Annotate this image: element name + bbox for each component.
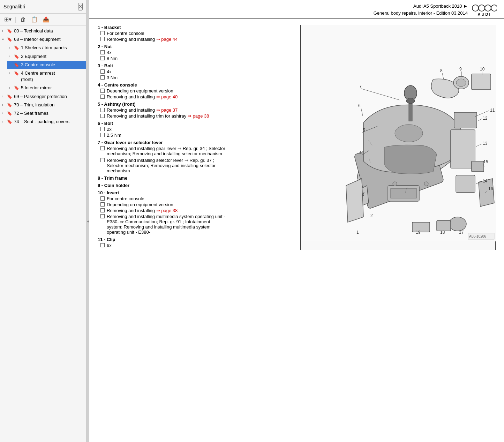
svg-point-3 bbox=[491, 5, 497, 11]
part-6: 6 - Bolt 2x 2.5 Nm bbox=[98, 121, 295, 138]
part-7-detail-1: Removing and installing gear lever ⇒ Rep… bbox=[98, 146, 295, 156]
part-8: 8 - Trim frame bbox=[98, 175, 295, 181]
checkbox-icon bbox=[100, 56, 105, 60]
sidebar-item-74[interactable]: 🔖 74 – Seat - padding, covers bbox=[0, 118, 86, 126]
part-detail-text: Depending on equipment version bbox=[107, 88, 173, 93]
doc-subtitle: General body repairs, interior - Edition… bbox=[374, 10, 468, 17]
checkbox-icon bbox=[100, 133, 105, 137]
sidebar-title: Segnalibri bbox=[3, 4, 25, 9]
sidebar-item-68-4[interactable]: 🔖 4 Centre armrest(front) bbox=[7, 69, 86, 84]
arrow-icon bbox=[9, 85, 14, 90]
part-10-detail-4: Removing and installing multimedia syste… bbox=[98, 214, 295, 235]
svg-point-7 bbox=[395, 125, 423, 142]
part-7-title: 7 - Gear lever or selector lever bbox=[98, 140, 295, 145]
page-link[interactable]: ⇒ page 44 bbox=[156, 37, 178, 42]
doc-header: Audi A5 Sportback 2010 ► General body re… bbox=[89, 0, 504, 19]
checkbox-icon bbox=[100, 243, 105, 247]
toolbar-separator: | bbox=[15, 16, 17, 23]
sidebar-item-00[interactable]: 🔖 00 – Technical data bbox=[0, 27, 86, 35]
part-9-title: 9 - Coin holder bbox=[98, 183, 295, 188]
sidebar-item-72[interactable]: 🔖 72 – Seat frames bbox=[0, 109, 86, 118]
svg-point-19 bbox=[456, 79, 466, 87]
sidebar-toolbar: ⊞▾ | 🗑 📋 📤 bbox=[0, 14, 86, 25]
page-link[interactable]: ⇒ page 38 bbox=[188, 113, 209, 119]
main-content: Audi A5 Sportback 2010 ► General body re… bbox=[89, 0, 504, 442]
svg-text:5: 5 bbox=[363, 128, 365, 133]
sidebar-item-label: 72 – Seat frames bbox=[14, 110, 84, 117]
part-11-title: 11 - Clip bbox=[98, 237, 295, 242]
svg-point-23 bbox=[449, 217, 466, 231]
part-10-detail-1: For centre console bbox=[98, 196, 295, 201]
bookmark-icon: 🔖 bbox=[14, 85, 20, 91]
checkbox-icon bbox=[100, 127, 105, 131]
close-button[interactable]: × bbox=[78, 3, 83, 10]
page-link[interactable]: ⇒ page 40 bbox=[156, 94, 178, 99]
export-button[interactable]: 📤 bbox=[41, 15, 51, 23]
svg-point-22 bbox=[424, 182, 428, 186]
svg-point-1 bbox=[479, 5, 485, 11]
svg-point-10 bbox=[406, 98, 415, 104]
delete-button[interactable]: 🗑 bbox=[19, 16, 27, 23]
resize-handle[interactable] bbox=[86, 0, 89, 442]
checkbox-icon bbox=[100, 196, 105, 201]
bookmark-icon: 🔖 bbox=[7, 102, 13, 108]
sidebar-item-68-5[interactable]: 🔖 5 Interior mirror bbox=[7, 84, 86, 92]
part-1-detail-2: Removing and installing ⇒ page 44 bbox=[98, 37, 295, 42]
sidebar-item-label: 69 – Passenger protection bbox=[14, 93, 84, 100]
grid-button[interactable]: ⊞▾ bbox=[3, 15, 13, 23]
svg-text:1: 1 bbox=[356, 230, 359, 235]
sidebar-item-69[interactable]: 🔖 69 – Passenger protection bbox=[0, 92, 86, 101]
page-link[interactable]: ⇒ page 38 bbox=[156, 208, 178, 213]
car-title: Audi A5 Sportback 2010 ► bbox=[374, 3, 468, 10]
arrow-icon bbox=[2, 37, 7, 42]
svg-text:9: 9 bbox=[459, 67, 462, 72]
part-detail-text: 4x bbox=[107, 69, 112, 74]
sidebar-item-68-3[interactable]: 🔖 3 Centre console bbox=[7, 61, 86, 69]
svg-text:16: 16 bbox=[488, 186, 493, 191]
part-1-title: 1 - Bracket bbox=[98, 25, 295, 30]
arrow-icon bbox=[9, 71, 14, 76]
sidebar-item-68-2[interactable]: 🔖 2 Equipment bbox=[7, 52, 86, 61]
bookmark-icon: 🔖 bbox=[7, 28, 13, 34]
svg-text:10: 10 bbox=[480, 67, 485, 72]
svg-text:12: 12 bbox=[483, 116, 488, 121]
part-4: 4 - Centre console Depending on equipmen… bbox=[98, 82, 295, 99]
svg-text:17: 17 bbox=[459, 230, 464, 235]
audi-rings-icon bbox=[472, 3, 497, 13]
part-detail-text: For centre console bbox=[107, 31, 144, 36]
part-9: 9 - Coin holder bbox=[98, 183, 295, 188]
svg-text:18: 18 bbox=[440, 230, 445, 235]
sidebar-item-70[interactable]: 🔖 70 – Trim, insulation bbox=[0, 101, 86, 109]
svg-text:7: 7 bbox=[359, 84, 362, 89]
page-link[interactable]: ⇒ page 37 bbox=[156, 107, 178, 113]
bookmark-button[interactable]: 📋 bbox=[29, 15, 39, 23]
part-detail-text: Removing and installing ⇒ page 44 bbox=[107, 37, 178, 42]
checkbox-icon bbox=[100, 95, 105, 99]
checkbox-icon bbox=[100, 202, 105, 207]
sidebar-item-68[interactable]: 🔖 68 – Interior equipment bbox=[0, 35, 86, 44]
svg-rect-17 bbox=[472, 161, 484, 172]
sidebar-item-68-1[interactable]: 🔖 1 Shelves / trim panels bbox=[7, 44, 86, 52]
part-10-detail-2: Depending on equipment version bbox=[98, 202, 295, 207]
svg-text:3: 3 bbox=[362, 192, 364, 197]
bookmark-icon: 🔖 bbox=[14, 45, 20, 51]
checkbox-icon bbox=[100, 146, 105, 150]
svg-text:11: 11 bbox=[490, 108, 495, 113]
part-11-detail-1: 6x bbox=[98, 243, 295, 248]
sidebar-item-label: 3 Centre console bbox=[21, 62, 84, 68]
part-6-detail-1: 2x bbox=[98, 127, 295, 132]
part-1-detail-1: For centre console bbox=[98, 31, 295, 36]
arrow-icon bbox=[9, 54, 14, 59]
part-3-title: 3 - Bolt bbox=[98, 63, 295, 68]
svg-text:15: 15 bbox=[483, 159, 488, 164]
sidebar-item-label: 68 – Interior equipment bbox=[14, 36, 84, 43]
sidebar-header: Segnalibri × bbox=[0, 0, 86, 14]
part-4-detail-2: Removing and installing ⇒ page 40 bbox=[98, 94, 295, 99]
svg-point-2 bbox=[485, 5, 491, 11]
bookmark-icon: 🔖 bbox=[14, 54, 20, 60]
sidebar: Segnalibri × ⊞▾ | 🗑 📋 📤 🔖 00 – Technical… bbox=[0, 0, 86, 442]
svg-text:8: 8 bbox=[440, 68, 443, 73]
part-2-title: 2 - Nut bbox=[98, 44, 295, 49]
part-10-detail-3: Removing and installing ⇒ page 38 bbox=[98, 208, 295, 213]
bookmark-icon: 🔖 bbox=[7, 94, 13, 100]
